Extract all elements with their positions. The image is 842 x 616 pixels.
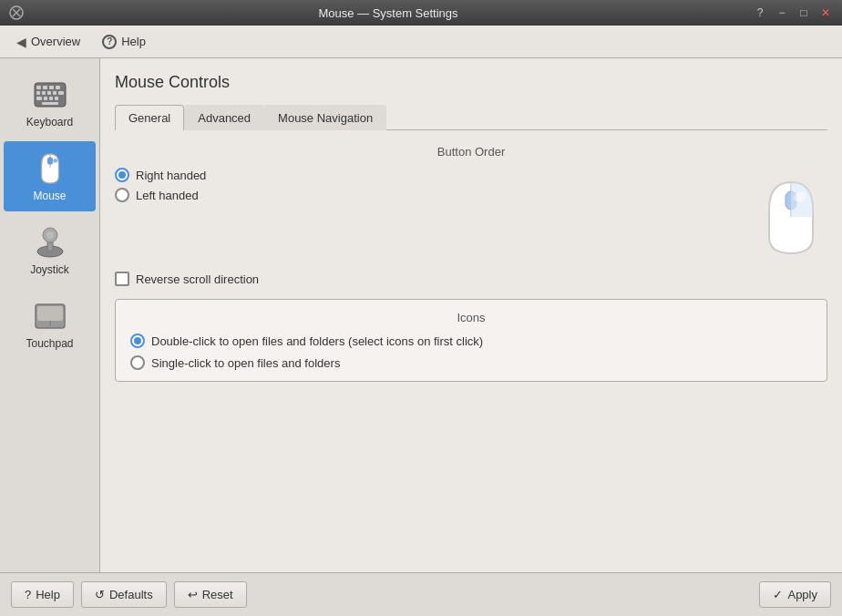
defaults-button[interactable]: ↺ Defaults <box>81 581 167 608</box>
mouse-icon <box>32 150 68 187</box>
apply-button[interactable]: ✓ Apply <box>759 581 831 608</box>
navbar: ◀ Overview ? Help <box>0 26 842 58</box>
icons-section-title: Icons <box>130 311 812 324</box>
reverse-scroll-option[interactable]: Reverse scroll direction <box>115 272 827 286</box>
help-circle-icon: ? <box>102 35 117 49</box>
left-handed-option[interactable]: Left handed <box>115 188 740 202</box>
svg-point-24 <box>46 231 54 239</box>
svg-rect-4 <box>36 86 41 89</box>
window-title: Mouse — System Settings <box>26 6 751 20</box>
tab-general[interactable]: General <box>115 105 184 130</box>
svg-rect-8 <box>36 91 40 95</box>
right-handed-label: Right handed <box>136 169 206 182</box>
sidebar-mouse-label: Mouse <box>33 190 66 202</box>
sidebar-item-keyboard[interactable]: Keyboard <box>4 67 96 138</box>
sidebar: Keyboard Mouse <box>0 58 100 572</box>
titlebar: Mouse — System Settings ? − □ ✕ <box>0 0 842 26</box>
overview-back-button[interactable]: ◀ Overview <box>7 31 89 53</box>
app-icon <box>7 4 26 22</box>
svg-rect-9 <box>42 91 46 95</box>
svg-rect-12 <box>58 91 64 95</box>
svg-rect-26 <box>37 306 63 321</box>
button-order-options: Right handed Left handed <box>115 168 740 202</box>
tab-content-general: Button Order Right handed Left handed <box>115 145 827 558</box>
double-click-option[interactable]: Double-click to open files and folders (… <box>130 334 812 348</box>
svg-rect-13 <box>36 97 42 100</box>
apply-label: Apply <box>787 588 817 601</box>
tab-advanced[interactable]: Advanced <box>184 105 264 130</box>
single-click-label: Single-click to open files and folders <box>151 356 340 370</box>
svg-rect-7 <box>56 86 60 89</box>
help-bottom-button[interactable]: ? Help <box>11 581 74 608</box>
sidebar-joystick-label: Joystick <box>30 263 69 276</box>
svg-point-20 <box>53 159 57 163</box>
help-bottom-label: Help <box>36 588 60 601</box>
bottom-bar: ? Help ↺ Defaults ↩ Reset ✓ Apply <box>0 572 842 616</box>
double-click-radio-dot <box>134 337 141 344</box>
touchpad-icon <box>32 298 68 334</box>
close-button[interactable]: ✕ <box>816 4 835 22</box>
svg-rect-16 <box>55 97 58 100</box>
right-handed-radio-dot <box>118 171 126 179</box>
keyboard-icon <box>32 77 68 113</box>
button-order-label: Button Order <box>115 145 827 159</box>
double-click-label: Double-click to open files and folders (… <box>151 334 483 348</box>
svg-rect-10 <box>47 91 51 95</box>
apply-icon: ✓ <box>773 588 783 601</box>
joystick-icon <box>32 224 68 261</box>
icons-section: Icons Double-click to open files and fol… <box>115 299 827 382</box>
defaults-icon: ↺ <box>95 588 105 601</box>
window-controls: ? − □ ✕ <box>751 4 835 22</box>
left-handed-label: Left handed <box>136 189 199 202</box>
svg-rect-17 <box>42 102 58 105</box>
page-title: Mouse Controls <box>115 73 827 92</box>
defaults-label: Defaults <box>109 588 153 601</box>
main-area: ◀ Overview ? Help <box>0 26 842 616</box>
svg-rect-15 <box>49 97 53 100</box>
single-click-radio[interactable] <box>130 355 145 370</box>
sidebar-touchpad-label: Touchpad <box>26 337 73 350</box>
overview-label: Overview <box>31 35 80 48</box>
body-split: Keyboard Mouse <box>0 58 842 572</box>
tab-mouse-navigation[interactable]: Mouse Navigation <box>264 105 386 130</box>
svg-rect-11 <box>53 91 56 95</box>
content-area: Mouse Controls General Advanced Mouse Na… <box>100 58 842 572</box>
svg-rect-19 <box>47 158 53 165</box>
right-handed-radio[interactable] <box>115 168 129 182</box>
right-handed-option[interactable]: Right handed <box>115 168 740 182</box>
svg-rect-6 <box>49 86 54 89</box>
tabs-bar: General Advanced Mouse Navigation <box>115 105 827 130</box>
help-button[interactable]: ? <box>751 4 769 22</box>
maximize-button[interactable]: □ <box>795 4 813 22</box>
help-bottom-icon: ? <box>25 588 31 601</box>
svg-rect-5 <box>43 86 47 89</box>
minimize-button[interactable]: − <box>773 4 791 22</box>
mouse-preview-image <box>755 168 827 259</box>
button-order-section: Right handed Left handed <box>115 168 827 259</box>
help-nav-button[interactable]: ? Help <box>93 31 155 53</box>
reverse-scroll-label: Reverse scroll direction <box>136 272 259 286</box>
reverse-scroll-checkbox[interactable] <box>115 272 129 286</box>
back-arrow-icon: ◀ <box>16 35 26 49</box>
svg-rect-14 <box>44 97 47 100</box>
reset-button[interactable]: ↩ Reset <box>174 581 247 608</box>
double-click-radio[interactable] <box>130 334 145 348</box>
icons-options: Double-click to open files and folders (… <box>130 334 812 370</box>
reset-label: Reset <box>202 588 233 601</box>
left-handed-radio[interactable] <box>115 188 129 202</box>
sidebar-item-touchpad[interactable]: Touchpad <box>4 289 96 359</box>
single-click-option[interactable]: Single-click to open files and folders <box>130 355 812 370</box>
sidebar-item-mouse[interactable]: Mouse <box>4 141 96 211</box>
sidebar-item-joystick[interactable]: Joystick <box>4 215 96 285</box>
reset-icon: ↩ <box>188 588 198 601</box>
sidebar-keyboard-label: Keyboard <box>26 116 73 128</box>
help-nav-label: Help <box>121 35 146 48</box>
